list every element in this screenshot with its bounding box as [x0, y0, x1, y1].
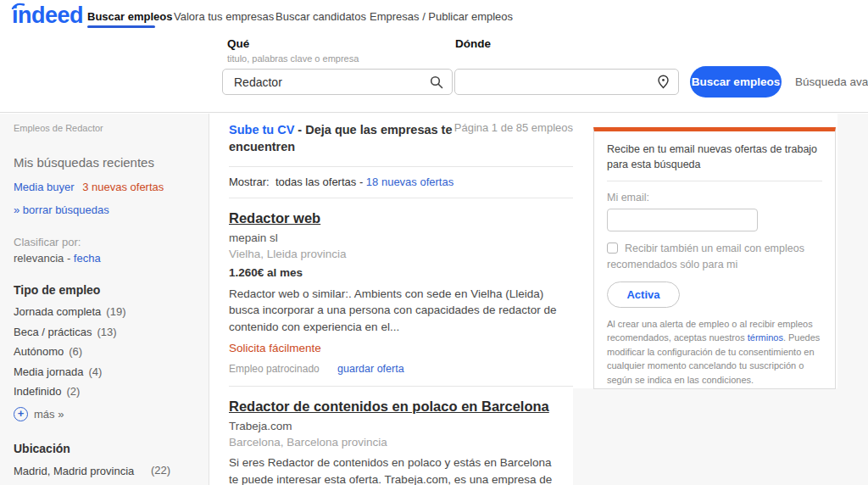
sort-by-label: Clasificar por: [14, 236, 197, 248]
header: indeed Buscar empleos Valora tus empresa… [0, 0, 868, 113]
facet-count: (2) [66, 385, 80, 398]
advanced-search-link[interactable]: Búsqueda avanzada [795, 75, 868, 88]
easy-apply-label: Solicita fácilmente [229, 342, 573, 354]
facet-label: Madrid, Madrid provincia [14, 464, 151, 479]
sponsored-label: Empleo patrocinado [229, 363, 320, 375]
where-search-box [454, 69, 679, 95]
what-input[interactable] [223, 70, 430, 94]
recommended-jobs-checkbox[interactable] [607, 242, 618, 254]
recommended-jobs-checkbox-row: Recibir también un email con empleos rec… [607, 241, 822, 273]
email-alert-panel: Recibe en tu email nuevas ofertas de tra… [593, 127, 836, 389]
facet-count: (22) [151, 464, 170, 479]
page-info: Página 1 de 85 empleos [454, 121, 573, 156]
alert-panel-title: Recibe en tu email nuevas ofertas de tra… [607, 142, 822, 181]
facet-jornada-completa[interactable]: Jornada completa(19) [14, 305, 197, 318]
legal-text: Al crear una alerta de empleo o al recib… [607, 317, 822, 387]
cv-banner: Sube tu CV - Deja que las empresas te en… [229, 121, 573, 167]
filter-all-offers: todas las ofertas [275, 176, 356, 188]
facet-label: Indefinido [14, 385, 61, 398]
what-search-box [222, 69, 453, 95]
email-input[interactable] [607, 209, 758, 231]
facet-count: (13) [97, 326, 117, 338]
facet-beca-practicas[interactable]: Beca / prácticas(13) [14, 326, 197, 338]
email-label: Mi email: [607, 192, 822, 203]
upload-cv-link[interactable]: Sube tu CV [229, 123, 294, 137]
job-footer: Empleo patrocinado guardar oferta [229, 363, 573, 375]
where-label: Dónde [455, 37, 491, 50]
tab-valora-tus-empresas[interactable]: Valora tus empresas [174, 10, 274, 23]
search-icon[interactable] [430, 75, 443, 89]
logo-arc-icon [11, 2, 25, 9]
search-submit-button[interactable]: Buscar empleos [690, 66, 782, 98]
right-column: Recibe en tu email nuevas ofertas de tra… [573, 114, 868, 485]
recent-new-offers: 3 nuevas ofertas [82, 181, 164, 193]
cv-banner-text: Sube tu CV - Deja que las empresas te en… [229, 121, 454, 156]
facet-label: Beca / prácticas [14, 326, 92, 338]
sort-current: relevancia [14, 252, 64, 265]
facet-label: Autónomo [14, 345, 64, 358]
clear-searches-link[interactable]: » borrar búsquedas [14, 203, 109, 216]
job-title-link[interactable]: Redactor web [229, 210, 573, 226]
sort-by-date-link[interactable]: fecha [74, 252, 101, 265]
job-card: Redactor web mepain sl Vielha, Lleida pr… [229, 198, 573, 387]
new-offers-link[interactable]: 18 nuevas ofertas [366, 176, 453, 188]
activate-alert-button[interactable]: Activa [607, 282, 680, 308]
job-location: Vielha, Lleida provincia [229, 248, 573, 260]
job-description: Si eres Redactor de contenidos en polaco… [229, 454, 561, 485]
facet-location-madrid[interactable]: Madrid, Madrid provincia (22) [14, 464, 197, 479]
facet-label: Media jornada [14, 365, 83, 378]
sidebar: Empleos de Redactor Mis búsquedas recien… [0, 114, 209, 485]
more-label: más » [34, 408, 64, 421]
job-salary: 1.260€ al mes [229, 266, 573, 279]
sort-separator: - [64, 252, 74, 265]
job-card: Redactor de contenidos en polaco en Barc… [229, 387, 573, 485]
active-tab-underline [87, 25, 155, 28]
show-more-job-types[interactable]: + más » [14, 407, 197, 421]
facet-media-jornada[interactable]: Media jornada(4) [14, 365, 197, 378]
facet-count: (6) [69, 345, 82, 358]
facet-indefinido[interactable]: Indefinido(2) [14, 385, 197, 398]
filter-label: Mostrar: [229, 176, 270, 188]
results-column: Sube tu CV - Deja que las empresas te en… [210, 114, 573, 485]
terms-link[interactable]: términos [748, 332, 783, 343]
recent-searches-title: Mis búsquedas recientes [14, 155, 197, 170]
job-title-link[interactable]: Redactor de contenidos en polaco en Barc… [229, 399, 573, 415]
facet-label: Jornada completa [14, 305, 101, 318]
plus-icon: + [14, 407, 28, 421]
job-company: Trabeja.com [229, 420, 573, 432]
job-description: Redactor web o similar:. Ambients con se… [229, 286, 561, 336]
tab-empresas-publicar-empleos[interactable]: Empresas / Publicar empleos [370, 10, 513, 23]
indeed-logo[interactable]: indeed [12, 3, 83, 29]
filter-separator: - [356, 176, 366, 188]
tab-buscar-empleos[interactable]: Buscar empleos [87, 10, 172, 23]
sort-row: relevancia - fecha [14, 252, 197, 265]
facet-autonomo[interactable]: Autónomo(6) [14, 345, 197, 358]
job-company: mepain sl [229, 231, 573, 244]
checkbox-label: Recibir también un email con empleos rec… [607, 242, 804, 270]
save-job-link[interactable]: guardar oferta [337, 363, 404, 375]
clear-searches-row: » borrar búsquedas [14, 203, 197, 216]
recent-search-link[interactable]: Media buyer [14, 181, 75, 193]
what-hint: titulo, palabras clave o empresa [227, 53, 359, 64]
location-title: Ubicación [14, 442, 197, 455]
where-input[interactable] [455, 70, 657, 94]
job-location: Barcelona, Barcelona provincia [229, 436, 573, 449]
recent-search-row: Media buyer 3 nuevas ofertas [14, 181, 197, 193]
breadcrumb: Empleos de Redactor [14, 123, 197, 133]
job-type-title: Tipo de empleo [14, 283, 197, 297]
facet-count: (4) [88, 365, 102, 378]
location-pin-icon[interactable] [657, 75, 670, 89]
filter-bar: Mostrar: todas las ofertas - 18 nuevas o… [229, 167, 573, 198]
indeed-job-search-page: indeed Buscar empleos Valora tus empresa… [0, 0, 868, 485]
tab-buscar-candidatos[interactable]: Buscar candidatos [275, 10, 366, 23]
facet-count: (19) [106, 305, 125, 318]
what-label: Qué [227, 37, 249, 50]
